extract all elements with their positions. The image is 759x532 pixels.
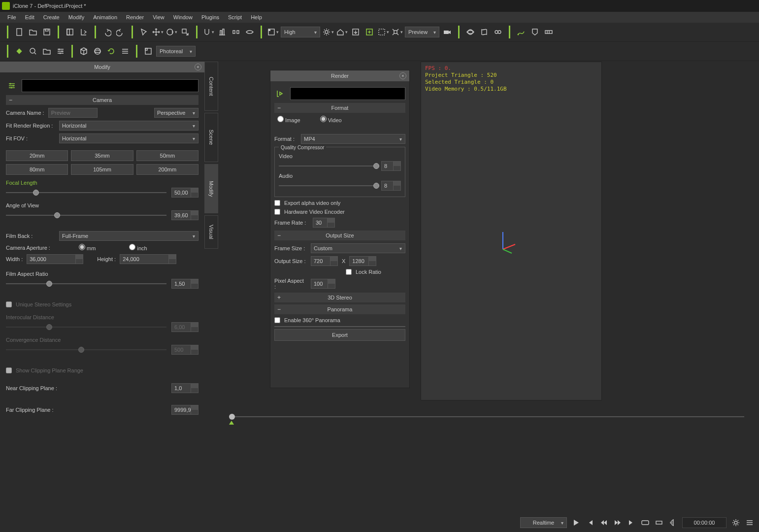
look-at-icon[interactable] bbox=[244, 26, 256, 38]
export-icon[interactable] bbox=[78, 26, 90, 38]
softcloth-icon[interactable] bbox=[478, 26, 490, 38]
save-icon[interactable] bbox=[41, 26, 53, 38]
menu-modify[interactable]: Modify bbox=[64, 14, 89, 20]
format-header[interactable]: −Format bbox=[274, 103, 405, 113]
timeline-icon[interactable] bbox=[543, 26, 555, 38]
hw-encoder-checkbox[interactable]: Hardware Video Encoder bbox=[274, 209, 405, 215]
aspect-value[interactable]: 1,50▴▾ bbox=[171, 279, 198, 289]
focal-slider[interactable] bbox=[6, 192, 166, 193]
height-field[interactable]: 24,000▴▾ bbox=[120, 254, 176, 264]
camera-name-field[interactable]: Preview bbox=[48, 108, 98, 118]
playback-mode-dropdown[interactable]: Realtime bbox=[520, 517, 567, 528]
physics-icon[interactable] bbox=[464, 26, 476, 38]
audio-q-slider[interactable] bbox=[279, 185, 376, 186]
tab-visual[interactable]: Visual bbox=[204, 215, 218, 249]
move-icon[interactable] bbox=[152, 26, 164, 38]
skip-end-icon[interactable] bbox=[627, 518, 636, 527]
menu-window[interactable]: Window bbox=[169, 14, 197, 20]
range-icon[interactable] bbox=[655, 518, 663, 527]
skip-start-icon[interactable] bbox=[586, 518, 594, 527]
aspect-slider[interactable] bbox=[6, 283, 166, 284]
search-input[interactable] bbox=[22, 79, 198, 92]
menu-animation[interactable]: Animation bbox=[89, 14, 122, 20]
menu-file[interactable]: File bbox=[3, 14, 21, 20]
cube-icon[interactable] bbox=[78, 45, 90, 57]
grid-icon[interactable] bbox=[142, 45, 154, 57]
video-radio[interactable]: Video bbox=[320, 116, 342, 123]
list-icon[interactable] bbox=[745, 518, 754, 527]
redo-icon[interactable] bbox=[115, 26, 127, 38]
home-icon[interactable] bbox=[336, 26, 348, 38]
settings-gear-icon[interactable] bbox=[731, 518, 740, 527]
diamond-icon[interactable] bbox=[13, 45, 25, 57]
refresh-icon[interactable] bbox=[105, 45, 117, 57]
video-q-value[interactable]: 8▴▾ bbox=[381, 161, 401, 171]
film-back-dropdown[interactable]: Full-Frame bbox=[59, 231, 198, 241]
panorama-header[interactable]: −Panorama bbox=[274, 304, 405, 314]
zoom-icon[interactable] bbox=[27, 45, 39, 57]
preview-dropdown[interactable]: Preview bbox=[405, 27, 439, 37]
axis-gizmo[interactable] bbox=[493, 230, 518, 254]
loop-icon[interactable] bbox=[641, 518, 650, 527]
focal-value[interactable]: 50,00▴▾ bbox=[171, 188, 198, 198]
light-icon[interactable] bbox=[322, 26, 334, 38]
close-icon[interactable]: × bbox=[399, 72, 406, 79]
unit-inch-radio[interactable]: inch bbox=[129, 244, 147, 251]
viewport[interactable]: FPS : 0. Project Triangle : 520 Selected… bbox=[421, 62, 602, 400]
sliders-icon[interactable] bbox=[119, 45, 131, 57]
tab-modify[interactable]: Modify bbox=[204, 164, 218, 213]
image-radio[interactable]: Image bbox=[277, 116, 300, 123]
far-clip-value[interactable]: 9999,9▴▾ bbox=[171, 405, 198, 415]
menu-plugins[interactable]: Plugins bbox=[197, 14, 224, 20]
preset-20mm[interactable]: 20mm bbox=[6, 150, 68, 161]
preset-200mm[interactable]: 200mm bbox=[136, 164, 198, 175]
frame-rate-value[interactable]: 30▴▾ bbox=[313, 218, 335, 228]
constraint-icon[interactable] bbox=[492, 26, 504, 38]
content-manager-icon[interactable] bbox=[64, 26, 76, 38]
new-icon[interactable] bbox=[13, 26, 25, 38]
menu-view[interactable]: View bbox=[148, 14, 169, 20]
lock-ratio-checkbox[interactable]: Lock Ratio bbox=[274, 269, 405, 275]
output-w[interactable]: 720▴▾ bbox=[311, 256, 338, 266]
shade-mode-dropdown[interactable]: Photoreal bbox=[156, 46, 196, 57]
settings-icon[interactable] bbox=[55, 45, 66, 57]
preset-80mm[interactable]: 80mm bbox=[6, 164, 68, 175]
menu-render[interactable]: Render bbox=[122, 14, 148, 20]
unit-mm-radio[interactable]: mm bbox=[79, 244, 96, 251]
camera-icon[interactable] bbox=[441, 26, 453, 38]
close-icon[interactable]: × bbox=[195, 64, 201, 70]
quality-dropdown[interactable]: High bbox=[281, 27, 320, 37]
enable-panorama-checkbox[interactable]: Enable 360° Panorama bbox=[274, 317, 405, 323]
preset-105mm[interactable]: 105mm bbox=[71, 164, 133, 175]
rewind-icon[interactable] bbox=[599, 518, 608, 527]
frame-size-dropdown[interactable]: Custom bbox=[311, 243, 405, 253]
gizmo-icon[interactable] bbox=[391, 26, 403, 38]
output-size-header[interactable]: −Output Size bbox=[274, 231, 405, 240]
timeline-thumb[interactable] bbox=[229, 414, 235, 420]
render-export-icon[interactable] bbox=[274, 88, 286, 100]
video-q-slider[interactable] bbox=[279, 166, 376, 166]
region-icon[interactable] bbox=[377, 26, 389, 38]
menu-edit[interactable]: Edit bbox=[21, 14, 39, 20]
near-clip-value[interactable]: 1,0▴▾ bbox=[171, 383, 198, 393]
width-field[interactable]: 36,000▴▾ bbox=[27, 254, 83, 264]
sphere-icon[interactable] bbox=[92, 45, 103, 57]
tab-content[interactable]: Content bbox=[204, 62, 218, 111]
menu-create[interactable]: Create bbox=[39, 14, 64, 20]
motion-path-icon[interactable] bbox=[515, 26, 527, 38]
format-dropdown[interactable]: MP4 bbox=[301, 134, 405, 144]
projection-dropdown[interactable]: Perspective bbox=[154, 108, 198, 118]
menu-script[interactable]: Script bbox=[224, 14, 246, 20]
fit-fov-dropdown[interactable]: Horizontal bbox=[59, 133, 198, 143]
aov-value[interactable]: 39,60▴▾ bbox=[171, 210, 198, 220]
menu-help[interactable]: Help bbox=[246, 14, 266, 20]
frame-all-icon[interactable] bbox=[350, 26, 362, 38]
marker-icon[interactable] bbox=[529, 26, 541, 38]
aov-slider[interactable] bbox=[6, 215, 166, 216]
frame-selected-icon[interactable] bbox=[363, 26, 375, 38]
render-path-input[interactable] bbox=[290, 87, 405, 100]
export-alpha-checkbox[interactable]: Export alpha video only bbox=[274, 200, 405, 206]
filter-icon[interactable] bbox=[6, 80, 18, 92]
audio-q-value[interactable]: 8▴▾ bbox=[381, 181, 401, 191]
pixel-aspect-value[interactable]: 100▴▾ bbox=[311, 279, 335, 289]
